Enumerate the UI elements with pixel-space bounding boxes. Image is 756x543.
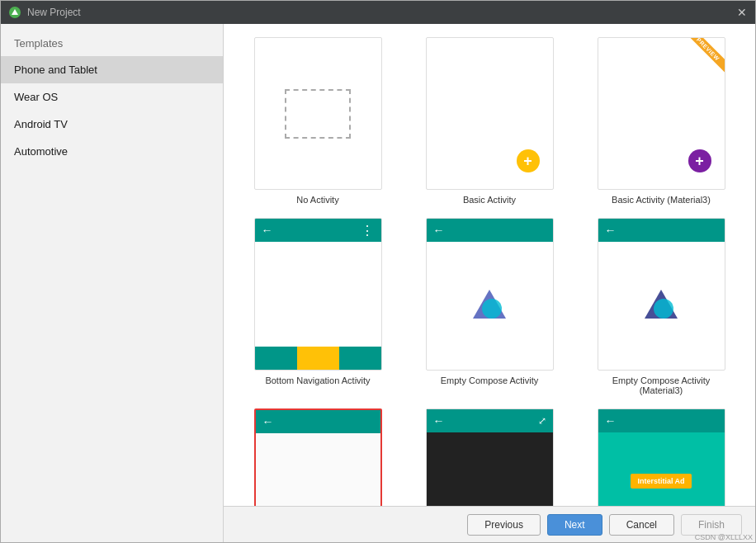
compose-top-m3: ← <box>598 219 725 242</box>
template-bottom-nav[interactable]: ← ⋮ Bottom Navigation Activity <box>240 218 395 395</box>
sidebar-item-automotive[interactable]: Automotive <box>1 138 223 165</box>
template-basic-activity-thumb: + <box>426 37 554 190</box>
phone-bottom-bar <box>255 347 381 370</box>
cancel-button[interactable]: Cancel <box>609 514 674 536</box>
interstitial-card: Interstitial Ad <box>631 474 691 489</box>
compose-m3-body <box>640 242 682 370</box>
template-no-activity-thumb <box>254 37 382 190</box>
main-content: Templates Phone and Tablet Wear OS Andro… <box>1 24 755 542</box>
bottom-tab-2 <box>297 347 339 370</box>
template-no-activity[interactable]: No Activity <box>240 37 395 205</box>
admob-top: ← <box>598 409 725 432</box>
fullscreen-top: ← ⤢ <box>427 409 553 432</box>
template-empty-activity-thumb: ← <box>254 408 382 506</box>
admob-body: Interstitial Ad <box>631 432 691 506</box>
compose-icon <box>469 286 510 327</box>
sidebar-item-android-tv[interactable]: Android TV <box>1 111 223 138</box>
fab-purple-icon: + <box>688 149 711 172</box>
template-basic-activity-m3-thumb: PREVIEW + <box>598 37 725 190</box>
dashed-rect <box>285 89 351 139</box>
fullscreen-expand-icon: ⤢ <box>538 415 546 427</box>
template-empty-activity[interactable]: ← Empty Activity <box>240 408 395 506</box>
template-empty-compose[interactable]: ← Empty Compose Activity <box>412 218 567 395</box>
template-basic-activity-m3[interactable]: PREVIEW + Basic Activity (Material3) <box>584 37 739 205</box>
svg-point-4 <box>654 299 673 319</box>
template-basic-activity[interactable]: + Basic Activity <box>412 37 567 205</box>
admob-back-arrow: ← <box>605 414 617 427</box>
next-button[interactable]: Next <box>547 514 602 536</box>
template-fullscreen[interactable]: ← ⤢ Fullscreen Activity <box>412 408 567 506</box>
template-grid: No Activity + Basic Activity PREVIEW <box>224 24 755 506</box>
template-basic-activity-m3-label: Basic Activity (Material3) <box>612 195 711 205</box>
compose-m3-icon <box>640 286 682 327</box>
title-bar-left: New Project <box>9 7 81 18</box>
compose-top: ← <box>427 219 553 242</box>
preview-badge-container: PREVIEW <box>683 38 725 79</box>
template-empty-compose-thumb: ← <box>426 218 554 371</box>
finish-button[interactable]: Finish <box>681 514 742 536</box>
template-empty-compose-label: Empty Compose Activity <box>441 375 539 385</box>
template-fullscreen-thumb: ← ⤢ <box>426 408 554 506</box>
template-no-activity-label: No Activity <box>296 195 338 205</box>
template-bottom-nav-thumb: ← ⋮ <box>254 218 382 371</box>
phone-top-bar: ← ⋮ <box>255 219 381 242</box>
compose-back-arrow: ← <box>433 224 445 237</box>
template-bottom-nav-label: Bottom Navigation Activity <box>265 375 370 385</box>
template-admob[interactable]: ← Interstitial Ad Google AdMob Ads Activ… <box>584 408 739 506</box>
bottom-bar: Previous Next Cancel Finish <box>224 506 755 542</box>
dots-icon: ⋮ <box>361 223 375 238</box>
template-empty-compose-m3-thumb: ← <box>598 218 725 371</box>
sidebar: Templates Phone and Tablet Wear OS Andro… <box>1 24 224 542</box>
svg-point-2 <box>482 299 502 319</box>
title-bar: New Project ✕ <box>1 1 755 24</box>
preview-badge: PREVIEW <box>685 38 725 72</box>
csdn-badge: CSDN @XLLLXX <box>695 533 753 541</box>
sidebar-item-phone-tablet[interactable]: Phone and Tablet <box>1 56 223 83</box>
template-admob-thumb: ← Interstitial Ad <box>598 408 725 506</box>
empty-back-arrow: ← <box>262 415 274 428</box>
new-project-window: New Project ✕ Templates Phone and Tablet… <box>0 0 756 543</box>
fab-icon: + <box>517 149 540 172</box>
back-arrow-icon: ← <box>262 224 273 237</box>
svg-marker-0 <box>12 9 18 15</box>
app-icon <box>9 7 21 18</box>
sidebar-item-wear-os[interactable]: Wear OS <box>1 83 223 111</box>
bottom-tab-1 <box>255 347 297 370</box>
template-empty-compose-m3[interactable]: ← Empty Compose Activity (Material3) <box>584 218 739 395</box>
sidebar-title: Templates <box>1 24 223 56</box>
empty-activity-top: ← <box>256 410 380 433</box>
template-empty-compose-m3-label: Empty Compose Activity (Material3) <box>598 375 725 395</box>
content-area: No Activity + Basic Activity PREVIEW <box>224 24 755 542</box>
template-basic-activity-label: Basic Activity <box>463 195 516 205</box>
compose-body <box>469 242 510 370</box>
fullscreen-back-arrow: ← <box>433 414 445 427</box>
window-title: New Project <box>27 7 81 18</box>
previous-button[interactable]: Previous <box>467 514 541 536</box>
close-button[interactable]: ✕ <box>737 6 747 19</box>
compose-m3-back-arrow: ← <box>605 224 617 237</box>
bottom-tab-3 <box>339 347 381 370</box>
